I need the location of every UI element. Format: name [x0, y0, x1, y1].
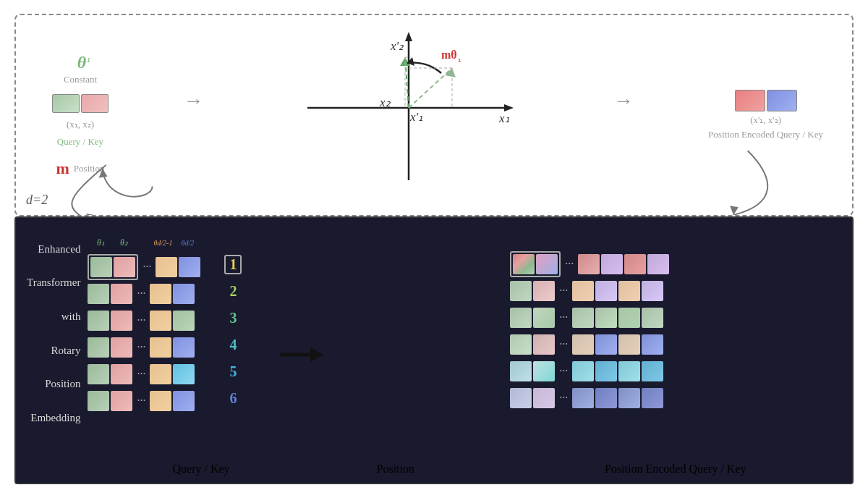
pe-cell-4-5 — [642, 361, 663, 381]
qk-cell-5-0 — [88, 391, 109, 411]
bottom-pos-label: Position — [377, 463, 414, 476]
pe-cell-5-3 — [595, 388, 617, 408]
top-panel: d=2 θ ₁ Constant (x₁, x₂) Query / Key m … — [14, 14, 854, 216]
highlight-box-0 — [88, 254, 138, 280]
pe-dots-5: ··· — [556, 392, 571, 405]
pe-cell-0-3 — [601, 254, 623, 274]
pos-num-6: 6 — [222, 387, 244, 410]
pe-dots-4: ··· — [556, 365, 571, 378]
svg-marker-21 — [730, 206, 739, 215]
pe-cell-2-5 — [642, 308, 663, 328]
xy-prime-label: (x'₁, x'₂) — [750, 114, 781, 126]
qk-cell-0-2 — [156, 257, 177, 277]
pos-enc-section: ··· ··· — [338, 232, 841, 457]
pe-dots-2: ··· — [556, 311, 571, 324]
qk-cell-5-3 — [173, 391, 195, 411]
qk-cell-5-1 — [111, 391, 132, 411]
svg-marker-23 — [310, 347, 323, 362]
pe-row-4: ··· — [510, 360, 669, 383]
theta-header-3: θd/2-1 — [153, 239, 172, 247]
coord-svg: x'₂ x₂ x'₁ x₁ mθ ₁ — [300, 28, 517, 187]
pe-row-5: ··· — [510, 387, 669, 410]
row-label-0: Enhanced — [27, 237, 80, 261]
qk-cell-4-3 — [173, 364, 195, 384]
qk-cell-3-1 — [111, 337, 132, 358]
d-label: d=2 — [26, 193, 48, 208]
top-right-section: (x'₁, x'₂) Position Encoded Query / Key — [708, 90, 823, 140]
pe-cell-4-1 — [533, 361, 555, 381]
row-label-3: Rotary — [27, 338, 80, 363]
pe-cell-1-5 — [642, 281, 663, 301]
pos-num-3: 3 — [222, 306, 244, 329]
svg-text:x₁: x₁ — [498, 111, 510, 125]
qk-cell-2-1 — [111, 311, 132, 331]
pe-cell-3-1 — [533, 334, 555, 355]
arrow-right-1: → — [183, 89, 203, 112]
qk-cell-1-1 — [111, 284, 132, 304]
qk-cell-1-0 — [88, 284, 109, 304]
qk-row-2: ··· — [88, 309, 200, 332]
dots-1: ··· — [134, 287, 148, 300]
pe-cell-0-2 — [578, 254, 600, 274]
theta-label: θ — [77, 53, 86, 72]
qk-cell-0-1 — [114, 257, 135, 277]
row-labels: Enhanced Transformer with Rotary Positio… — [27, 232, 88, 457]
svg-text:₁: ₁ — [458, 54, 461, 63]
xy-label: (x₁, x₂) — [67, 119, 94, 130]
pe-cell-2-3 — [595, 308, 617, 328]
theta-header-4: θd/2 — [182, 239, 195, 247]
pe-dots-0: ··· — [562, 258, 576, 271]
row-label-2: with — [27, 305, 80, 329]
qk-cell-3-3 — [173, 337, 195, 358]
pe-row-2: ··· — [510, 306, 669, 329]
pe-cell-4-4 — [618, 361, 640, 381]
svg-marker-19 — [86, 214, 95, 215]
qk-cell-3-2 — [150, 337, 171, 358]
position-section: 1 2 3 4 5 6 — [222, 232, 244, 457]
dots-0: ··· — [140, 261, 154, 274]
pe-row-0: ··· — [510, 253, 669, 276]
qk-cell-4-2 — [150, 364, 171, 384]
qk-cell-2-3 — [173, 311, 195, 331]
qk-cell-0-0 — [90, 257, 112, 277]
pe-cell-5-1 — [533, 388, 555, 408]
pe-row-3: ··· — [510, 333, 669, 356]
bottom-labels: Query / Key Position Position Encoded Qu… — [27, 463, 841, 476]
pe-cell-0-0 — [513, 254, 535, 274]
m-label: m — [56, 159, 69, 178]
pe-cell-4-0 — [510, 361, 532, 381]
pe-cell-1-3 — [595, 281, 617, 301]
dots-5: ··· — [134, 394, 148, 408]
bottom-pe-qk-label: Position Encoded Query / Key — [605, 463, 746, 476]
pos-numbers: 1 2 3 4 5 6 — [222, 232, 244, 410]
query-key-section: θ₁ θ₂ θd/2-1 θd/2 — [88, 232, 200, 457]
pe-cell-3-0 — [510, 334, 532, 355]
svg-text:mθ: mθ — [441, 48, 457, 61]
query-cell-pink — [81, 94, 109, 113]
pe-cell-0-4 — [624, 254, 646, 274]
pe-cell-3-4 — [618, 334, 640, 355]
qk-row-0: ··· — [88, 256, 200, 279]
theta-header-2: θ₂ — [120, 237, 128, 248]
query-box — [52, 94, 109, 113]
theta-header-1: θ₁ — [97, 237, 105, 248]
qk-cell-3-0 — [88, 337, 109, 358]
pe-highlight-box — [510, 251, 561, 277]
svg-text:x'₂: x'₂ — [390, 39, 404, 53]
qk-cell-5-2 — [150, 391, 171, 411]
pe-cell-3-3 — [595, 334, 617, 355]
svg-text:x'₁: x'₁ — [409, 110, 423, 124]
rows-area: Enhanced Transformer with Rotary Positio… — [27, 232, 841, 457]
qk-cell-2-2 — [150, 311, 171, 331]
qk-cell-2-0 — [88, 311, 109, 331]
qk-row-4: ··· — [88, 363, 200, 386]
pos-enc-qk-label-top: Position Encoded Query / Key — [708, 129, 823, 140]
row-label-4: Position — [27, 372, 80, 397]
qk-cell-1-3 — [173, 284, 195, 304]
position-text: Position — [74, 163, 105, 174]
big-arrow-svg — [280, 340, 323, 369]
qk-rows: ··· ··· — [88, 256, 200, 413]
pe-cell-1-0 — [510, 281, 532, 301]
pe-cell-4-2 — [572, 361, 594, 381]
qk-cell-0-3 — [179, 257, 200, 277]
